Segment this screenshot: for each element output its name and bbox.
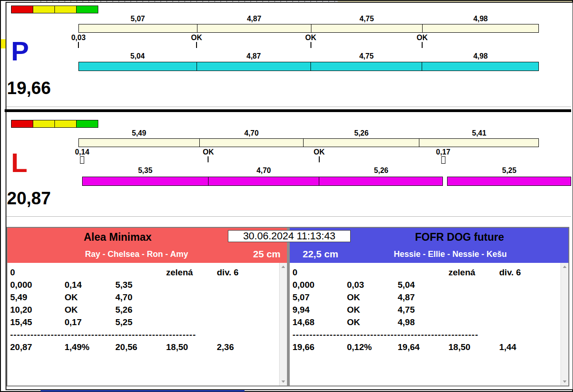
- reference-time-bar-l: [78, 138, 539, 147]
- cell: [166, 279, 217, 291]
- split-time-label: 4,75: [311, 52, 422, 60]
- thick-separator: [5, 109, 571, 112]
- bar-segment: [78, 138, 200, 147]
- scroll-up-button[interactable]: [561, 263, 568, 271]
- total-cell: 18,50: [166, 341, 217, 353]
- scroll-down-button[interactable]: [280, 378, 287, 386]
- cell: [448, 291, 499, 303]
- cell: 5,49: [10, 291, 65, 303]
- cell: [448, 303, 499, 316]
- split-time-label: 5,41: [419, 129, 539, 137]
- scroll-down-button[interactable]: [561, 378, 568, 386]
- reference-split-labels-l: 5,49 4,70 5,26 5,41: [78, 129, 539, 137]
- bar-segment: [78, 24, 197, 33]
- cell: 0,14: [65, 279, 115, 291]
- bar-segment: [447, 177, 571, 186]
- bar-segment: [208, 177, 319, 186]
- cell: [499, 303, 561, 316]
- results-grid-left: 0zelenádiv. 6 0,0000,145,35 5,49OK4,70 1…: [7, 263, 279, 386]
- status-light-red: [11, 120, 33, 128]
- total-cell: 18,50: [448, 341, 499, 353]
- reference-split-labels-p: 5,07 4,87 4,75 4,98: [78, 15, 539, 23]
- tick-segment: [311, 42, 422, 49]
- lane-letter-p: P: [11, 38, 29, 65]
- scroll-up-button[interactable]: [280, 263, 287, 271]
- split-time-label: 5,26: [319, 166, 443, 175]
- total-cell: 20,87: [10, 341, 65, 353]
- tick-segment: [82, 156, 208, 164]
- mark-segment: OK: [208, 148, 319, 156]
- run-split-labels-l: 5,35 4,70 5,26 5,25: [82, 166, 571, 175]
- cell: 10,20: [10, 303, 65, 316]
- deviation-marks-row-l: 0,14 OK OK 0,17: [82, 148, 571, 156]
- datetime-display: 30.06.2024 11:13:43: [228, 230, 351, 242]
- tick-segment: [422, 42, 539, 49]
- split-time-label: 4,98: [422, 15, 539, 23]
- bar-segment: [419, 138, 539, 147]
- cell: 0,000: [292, 279, 347, 291]
- arrow-down-icon: [281, 380, 285, 383]
- bar-segment: [311, 24, 423, 33]
- total-cell: 19,66: [292, 341, 347, 353]
- cell: 0,03: [347, 279, 398, 291]
- status-light-yellow: [33, 120, 55, 128]
- cell: [217, 303, 279, 316]
- cell: OK: [347, 316, 398, 328]
- total-cell: 1,49%: [65, 341, 115, 353]
- cell: 9,94: [292, 303, 347, 316]
- cell: [217, 279, 279, 291]
- bar-segment: [197, 62, 311, 71]
- status-light-green: [76, 6, 98, 13]
- results-section: Alea Minimax Ray - Chelsea - Ron - Amy 2…: [6, 227, 569, 386]
- cell: 0,17: [65, 316, 115, 328]
- status-light-red: [11, 6, 33, 13]
- split-time-label: 5,35: [82, 166, 208, 175]
- scrollbar[interactable]: [279, 263, 287, 386]
- mark-segment: [448, 148, 571, 156]
- cell: [217, 291, 279, 303]
- cell: 4,87: [398, 291, 448, 303]
- cell: 15,45: [10, 316, 65, 328]
- team-name-right: FOFR DOG future: [351, 231, 568, 244]
- timing-app-window: 5,07 4,87 4,75 4,98 0,03 OK OK OK 5,04 4…: [0, 0, 573, 392]
- cell: 0: [10, 266, 65, 279]
- run-split-labels-p: 5,04 4,87 4,75 4,98: [78, 52, 539, 60]
- cell: [166, 291, 217, 303]
- bar-segment: [82, 177, 209, 186]
- arrow-up-icon: [281, 266, 285, 268]
- cell: div. 6: [499, 266, 561, 279]
- cell: 4,75: [398, 303, 448, 316]
- run-time-bar-p: [78, 62, 539, 71]
- jump-height-right: 22,5 cm: [303, 249, 338, 260]
- mark-segment: OK: [78, 34, 197, 42]
- status-light-green: [76, 120, 98, 128]
- deviation-marks-row-p: 0,03 OK OK OK: [78, 34, 539, 42]
- tick-segment: [197, 42, 310, 49]
- cell: OK: [65, 303, 115, 316]
- cell: 5,07: [292, 291, 347, 303]
- tick-segment: [208, 156, 319, 164]
- split-time-label: 5,26: [304, 129, 420, 137]
- lane-letter-l: L: [11, 149, 27, 176]
- mark-segment: OK: [82, 148, 208, 156]
- cell: zelená: [166, 266, 217, 279]
- tick-segment: [448, 156, 571, 164]
- split-time-label: 4,70: [208, 166, 319, 175]
- split-time-label: 4,87: [197, 15, 311, 23]
- total-cell: 19,64: [398, 341, 448, 353]
- total-cell: 20,56: [115, 341, 166, 353]
- results-table-right: 0zelenádiv. 6 0,0000,035,04 5,07OK4,87 9…: [290, 263, 568, 386]
- bar-segment: [319, 177, 443, 186]
- cell: OK: [347, 303, 398, 316]
- scrollbar[interactable]: [561, 263, 568, 386]
- mark-segment: OK: [197, 34, 310, 42]
- total-cell: 2,36: [217, 341, 279, 353]
- dashed-divider: ----------------------------------------…: [292, 328, 561, 341]
- status-light-yellow: [54, 120, 77, 128]
- cell: 0,000: [10, 279, 65, 291]
- bar-segment: [78, 62, 197, 71]
- status-light-yellow: [33, 6, 55, 13]
- cell: OK: [347, 291, 398, 303]
- split-time-label: 4,75: [311, 15, 422, 23]
- cell: 4,98: [398, 316, 448, 328]
